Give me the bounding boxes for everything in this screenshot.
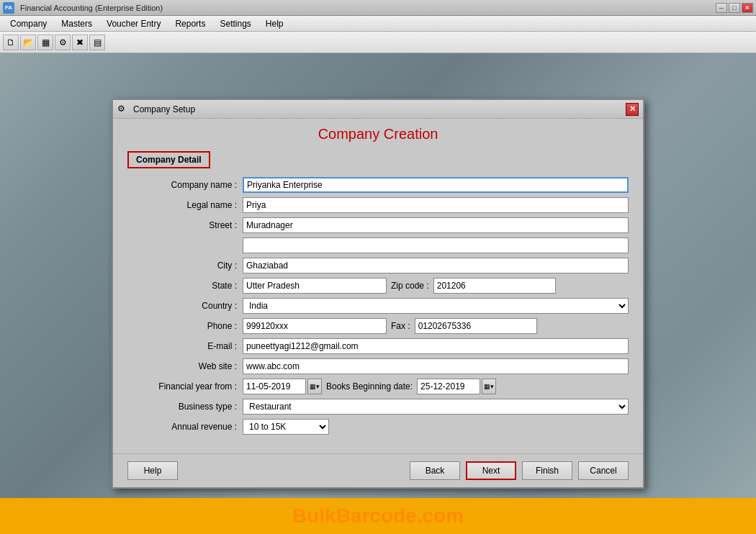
watermark: BulkBarcode.com bbox=[0, 498, 756, 534]
country-select[interactable]: India USA UK bbox=[243, 298, 629, 314]
annual-revenue-select[interactable]: 10 to 15K 15 to 20K 20 to 50K bbox=[243, 419, 329, 435]
legal-name-label: Legal name : bbox=[127, 200, 243, 210]
delete-icon[interactable]: ✖ bbox=[72, 35, 88, 50]
state-input[interactable] bbox=[243, 278, 387, 294]
dialog-icon: ⚙ bbox=[117, 104, 129, 115]
watermark-suffix: .com bbox=[417, 504, 464, 527]
watermark-text: BulkBarcode.com bbox=[292, 504, 464, 528]
fin-year-input[interactable] bbox=[243, 379, 306, 394]
back-button[interactable]: Back bbox=[410, 461, 460, 480]
books-beg-calendar-button[interactable]: ▦▾ bbox=[482, 379, 496, 394]
menu-settings[interactable]: Settings bbox=[212, 17, 258, 30]
fin-year-calendar-button[interactable]: ▦▾ bbox=[307, 379, 322, 394]
state-zip-row: State : Zip code : bbox=[127, 278, 629, 294]
minimize-button[interactable]: ─ bbox=[716, 3, 727, 13]
fax-label: Fax : bbox=[387, 321, 415, 331]
phone-label: Phone : bbox=[127, 321, 243, 331]
city-input[interactable] bbox=[243, 258, 629, 273]
maximize-button[interactable]: □ bbox=[729, 3, 740, 13]
fin-year-date-field: ▦▾ bbox=[243, 379, 322, 394]
fin-year-label: Financial year from : bbox=[127, 381, 243, 392]
books-beg-input[interactable] bbox=[417, 379, 480, 394]
email-input[interactable] bbox=[243, 338, 629, 354]
street-label: Street : bbox=[127, 220, 243, 230]
menubar: Company Masters Voucher Entry Reports Se… bbox=[0, 16, 756, 32]
menu-masters[interactable]: Masters bbox=[54, 17, 99, 30]
company-setup-dialog: ⚙ Company Setup ✕ Company Creation Compa… bbox=[112, 99, 644, 489]
menu-reports[interactable]: Reports bbox=[168, 17, 212, 30]
toolbar: 🗋 📂 ▦ ⚙ ✖ ▤ bbox=[0, 32, 756, 53]
business-type-select[interactable]: Restaurant Retail Manufacturing bbox=[243, 399, 629, 415]
new-icon[interactable]: 🗋 bbox=[3, 35, 19, 50]
next-button[interactable]: Next bbox=[466, 461, 516, 480]
watermark-main: BulkBarcode bbox=[292, 504, 417, 527]
fax-input[interactable] bbox=[415, 318, 537, 334]
dialog-close-button[interactable]: ✕ bbox=[626, 103, 639, 116]
phone-input[interactable] bbox=[243, 318, 387, 334]
grid-icon[interactable]: ▦ bbox=[37, 35, 53, 50]
settings-icon[interactable]: ⚙ bbox=[55, 35, 71, 50]
tab-bar: Company Detail bbox=[127, 151, 629, 168]
menu-help[interactable]: Help bbox=[258, 17, 291, 30]
company-name-label: Company name : bbox=[127, 180, 243, 190]
dialog-overlay: ⚙ Company Setup ✕ Company Creation Compa… bbox=[0, 53, 756, 534]
app-icon: FA bbox=[3, 2, 14, 14]
window-close-button[interactable]: ✕ bbox=[742, 3, 753, 13]
help-button[interactable]: Help bbox=[127, 461, 178, 480]
website-input[interactable] bbox=[243, 358, 629, 374]
country-select-wrapper: India USA UK bbox=[243, 298, 629, 314]
company-name-input[interactable] bbox=[243, 177, 629, 193]
menu-voucher-entry[interactable]: Voucher Entry bbox=[99, 17, 168, 30]
dialog-footer: Help Back Next Finish Cancel bbox=[113, 453, 643, 487]
country-row: Country : India USA UK bbox=[127, 298, 629, 314]
city-label: City : bbox=[127, 261, 243, 271]
dialog-titlebar: ⚙ Company Setup ✕ bbox=[113, 100, 643, 119]
legal-name-row: Legal name : bbox=[127, 197, 629, 213]
street2-input[interactable] bbox=[243, 237, 629, 253]
business-type-label: Business type : bbox=[127, 402, 243, 412]
dialog-title: Company Setup bbox=[133, 104, 195, 114]
phone-fax-row: Phone : Fax : bbox=[127, 318, 629, 334]
dialog-heading: Company Creation bbox=[127, 126, 629, 142]
tab-company-detail[interactable]: Company Detail bbox=[127, 151, 210, 168]
books-beg-date-field: ▦▾ bbox=[417, 379, 496, 394]
city-row: City : bbox=[127, 258, 629, 273]
finish-button[interactable]: Finish bbox=[522, 461, 572, 480]
email-row: E-mail : bbox=[127, 338, 629, 354]
website-row: Web site : bbox=[127, 358, 629, 374]
dates-row: Financial year from : ▦▾ Books Beginning… bbox=[127, 379, 629, 394]
zipcode-label: Zip code : bbox=[387, 281, 433, 291]
legal-name-input[interactable] bbox=[243, 197, 629, 213]
annual-revenue-label: Annual revenue : bbox=[127, 422, 243, 432]
table-icon[interactable]: ▤ bbox=[89, 35, 105, 50]
street-row: Street : bbox=[127, 217, 629, 233]
street-input[interactable] bbox=[243, 217, 629, 233]
business-type-row: Business type : Restaurant Retail Manufa… bbox=[127, 399, 629, 415]
cancel-button[interactable]: Cancel bbox=[578, 461, 629, 480]
annual-revenue-row: Annual revenue : 10 to 15K 15 to 20K 20 … bbox=[127, 419, 629, 435]
dialog-body: Company Creation Company Detail Company … bbox=[113, 119, 643, 453]
menu-company[interactable]: Company bbox=[3, 17, 54, 30]
street2-row bbox=[127, 237, 629, 253]
state-label: State : bbox=[127, 281, 243, 291]
company-name-row: Company name : bbox=[127, 177, 629, 193]
open-icon[interactable]: 📂 bbox=[20, 35, 36, 50]
window-controls: ─ □ ✕ bbox=[716, 3, 753, 13]
email-label: E-mail : bbox=[127, 341, 243, 351]
books-beg-label: Books Beginning date: bbox=[322, 381, 417, 392]
annual-revenue-select-wrapper: 10 to 15K 15 to 20K 20 to 50K bbox=[243, 419, 329, 435]
website-label: Web site : bbox=[127, 361, 243, 371]
business-type-select-wrapper: Restaurant Retail Manufacturing bbox=[243, 399, 629, 415]
country-label: Country : bbox=[127, 301, 243, 311]
app-title: Financial Accounting (Enterprise Edition… bbox=[20, 4, 163, 12]
zipcode-input[interactable] bbox=[433, 278, 556, 294]
taskbar: FA Financial Accounting (Enterprise Edit… bbox=[0, 0, 756, 16]
